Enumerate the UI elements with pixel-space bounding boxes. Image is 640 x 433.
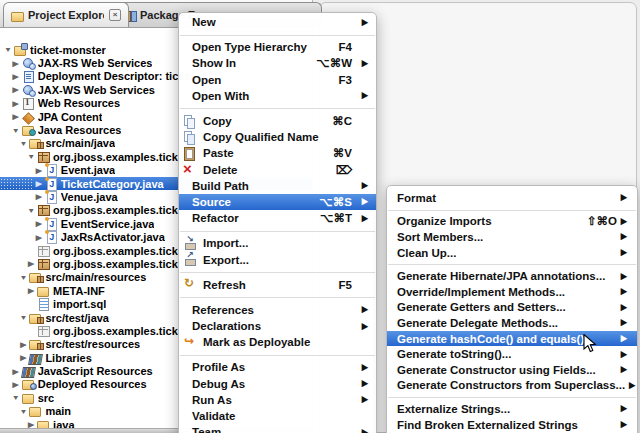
project-icon (14, 44, 27, 56)
menu-item-show-in[interactable]: Show In⌥⌘W▶ (179, 55, 376, 71)
expander-open-icon[interactable]: ▼ (18, 273, 28, 281)
menu-item-open-type-hierarchy[interactable]: Open Type HierarchyF4▶ (179, 39, 376, 55)
menu-item-label: Declarations (192, 320, 261, 332)
menu-item-label: Generate Constructor using Fields... (397, 364, 596, 376)
submenu-arrow-icon: ▶ (358, 197, 368, 207)
expander-open-icon[interactable]: ▼ (3, 46, 13, 54)
menu-item-copy[interactable]: Copy⌘C▶ (179, 113, 376, 129)
menu-item-delete[interactable]: Delete⌦▶ (179, 162, 376, 178)
expander-closed-icon[interactable]: ▶ (11, 99, 21, 107)
menu-item-generate-constructors-from-superclass[interactable]: Generate Constructors from Superclass...… (387, 378, 637, 394)
jpa-icon (22, 111, 35, 123)
menu-item-new[interactable]: New▶ (179, 14, 376, 30)
menu-item-label: Copy (203, 115, 232, 127)
expander-open-icon[interactable]: ▼ (11, 394, 21, 402)
expander-closed-icon[interactable]: ▶ (18, 340, 28, 348)
tab-project-explorer[interactable]: Project Explorer × (3, 2, 129, 27)
expander-open-icon[interactable]: ▼ (18, 313, 28, 321)
expander-closed-icon[interactable]: ▶ (11, 59, 21, 67)
expander-closed-icon[interactable]: ▶ (34, 193, 44, 201)
menu-item-clean-up[interactable]: Clean Up...▶ (387, 245, 637, 261)
menu-item-profile-as[interactable]: Profile As▶ (179, 359, 376, 375)
context-menu: New▶Open Type HierarchyF4▶Show In⌥⌘W▶Ope… (178, 12, 377, 433)
expander-closed-icon[interactable]: ▶ (26, 287, 36, 295)
folder-icon (37, 285, 50, 297)
menu-item-generate-hibernate-jpa-annotations[interactable]: Generate Hibernate/JPA annotations...▶ (387, 268, 637, 284)
menu-item-build-path[interactable]: Build Path▶ (179, 178, 376, 194)
menu-item-override-implement-methods[interactable]: Override/Implement Methods...▶ (387, 284, 637, 300)
tree-item-label: TicketCategory.java (61, 178, 164, 190)
menu-item-declarations[interactable]: Declarations▶ (179, 318, 376, 334)
expander-open-icon[interactable]: ▼ (18, 139, 28, 147)
submenu-arrow-icon: ▶ (358, 17, 368, 27)
menu-item-references[interactable]: References▶ (179, 302, 376, 318)
menu-item-validate[interactable]: Validate▶ (179, 408, 376, 424)
submenu-arrow-icon: ▶ (358, 91, 368, 101)
menu-item-generate-delegate-methods[interactable]: Generate Delegate Methods...▶ (387, 315, 637, 331)
submenu-arrow-icon: ▶ (617, 193, 627, 203)
menu-item-open-with[interactable]: Open With▶ (179, 88, 376, 104)
close-icon[interactable]: × (109, 9, 121, 21)
menu-item-team[interactable]: Team▶ (179, 424, 376, 433)
menu-item-find-broken-externalized-strings[interactable]: Find Broken Externalized Strings▶ (387, 417, 637, 433)
menu-item-export[interactable]: Export...▶ (179, 251, 376, 267)
expander-closed-icon[interactable]: ▶ (34, 220, 44, 228)
menu-item-mark-as-deployable[interactable]: Mark as Deployable▶ (179, 334, 376, 350)
expander-open-icon[interactable]: ▼ (11, 126, 21, 134)
submenu-arrow-icon: ▶ (617, 271, 627, 281)
menu-item-label: Import... (203, 237, 248, 249)
submenu-arrow-icon: ▶ (617, 216, 627, 226)
menu-item-run-as[interactable]: Run As▶ (179, 392, 376, 408)
expander-closed-icon[interactable]: ▶ (26, 260, 36, 268)
expander-closed-icon[interactable]: ▶ (11, 72, 21, 80)
menu-item-copy-qualified-name[interactable]: Copy Qualified Name▶ (179, 129, 376, 145)
menu-item-label: Refactor (192, 212, 239, 224)
menu-item-organize-imports[interactable]: Organize Imports⇧⌘O▶ (387, 214, 637, 230)
menu-item-refresh[interactable]: RefreshF5▶ (179, 277, 376, 293)
menu-item-open[interactable]: OpenF3▶ (179, 72, 376, 88)
menu-item-label: Build Path (192, 180, 249, 192)
tree-item-label: src/test/java (45, 312, 109, 324)
tree-item-label: Event.java (61, 164, 115, 176)
expander-closed-icon[interactable]: ▶ (11, 86, 21, 94)
webservice-icon (22, 84, 35, 96)
menu-item-paste[interactable]: Paste⌘V▶ (179, 145, 376, 161)
tree-item-label: JPA Content (38, 111, 103, 123)
deploy-icon (183, 336, 198, 349)
menu-item-source[interactable]: Source⌥⌘S▶ (179, 194, 376, 210)
menu-item-format[interactable]: Format▶ (387, 190, 637, 206)
menu-item-label: Format (397, 192, 436, 204)
expander-closed-icon[interactable]: ▶ (11, 380, 21, 388)
import-icon (183, 237, 198, 250)
menu-item-externalize-strings[interactable]: Externalize Strings...▶ (387, 401, 637, 417)
expander-closed-icon[interactable]: ▶ (11, 113, 21, 121)
menu-item-label: Open With (192, 90, 249, 102)
libraries-icon (29, 352, 42, 364)
expander-closed-icon[interactable]: ▶ (34, 166, 44, 174)
expander-closed-icon[interactable]: ▶ (18, 354, 28, 362)
tree-item-label: Libraries (45, 352, 91, 364)
menu-item-debug-as[interactable]: Debug As▶ (179, 376, 376, 392)
tree-item-label: JAX-RS Web Services (38, 57, 153, 69)
menu-item-refactor[interactable]: Refactor⌥⌘T▶ (179, 210, 376, 226)
menu-item-import[interactable]: Import...▶ (179, 235, 376, 251)
tree-item-label: org.jboss.examples.tick (53, 204, 178, 216)
expander-open-icon[interactable]: ▼ (18, 407, 28, 415)
tree-item-label: Java Resources (38, 124, 122, 136)
expander-closed-icon[interactable]: ▶ (34, 233, 44, 241)
menu-item-generate-hashcode-and-equals[interactable]: Generate hashCode() and equals()...▶ (387, 331, 637, 347)
expander-closed-icon[interactable]: ▶ (34, 180, 44, 188)
menu-item-sort-members[interactable]: Sort Members...▶ (387, 229, 637, 245)
submenu-arrow-icon: ▶ (625, 380, 635, 390)
menu-item-generate-tostring[interactable]: Generate toString()...▶ (387, 346, 637, 362)
expander-closed-icon[interactable]: ▶ (11, 367, 21, 375)
menu-item-generate-constructor-using-fields[interactable]: Generate Constructor using Fields...▶ (387, 362, 637, 378)
menu-separator (179, 268, 376, 277)
submenu-arrow-icon: ▶ (617, 287, 627, 297)
expander-open-icon[interactable]: ▼ (26, 206, 36, 214)
expander-open-icon[interactable]: ▼ (26, 153, 36, 161)
menu-item-shortcut: ⇧⌘O (587, 214, 617, 228)
menu-item-label: Validate (192, 410, 235, 422)
package-empty-icon (37, 325, 50, 337)
menu-item-generate-getters-and-setters[interactable]: Generate Getters and Setters...▶ (387, 300, 637, 316)
